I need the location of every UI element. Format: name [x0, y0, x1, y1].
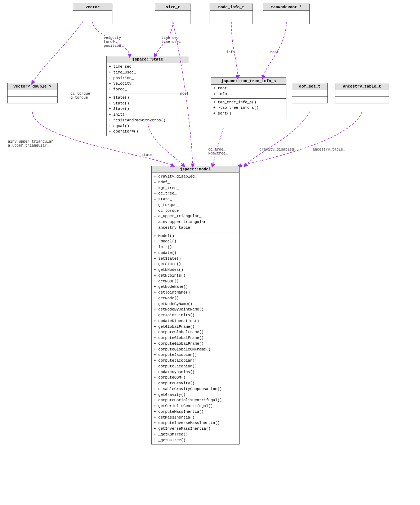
box-jspace-tao-tree-info-s: jspace::tao_tree_info_s + root + info + … — [211, 77, 286, 118]
box-taoNodeRoot-methods — [263, 17, 309, 24]
box-jspace-model: jspace::Model - gravity_disabled_ - ndof… — [151, 166, 240, 444]
box-vector-double: vector< double > — [7, 83, 58, 103]
box-vector-double-title: vector< double > — [8, 83, 57, 90]
box-ancestry-table-t-attrs — [335, 90, 389, 97]
box-size_t: size_t — [155, 4, 191, 24]
label-cc-kgm-tree: cc_tree_kgm_tree_ — [208, 148, 228, 156]
box-node_info_t: node_info_t — [210, 4, 253, 24]
box-jspace-model-attrs: - gravity_disabled_ - ndof_ - kgm_tree_ … — [152, 173, 239, 232]
box-node_info_t-methods — [210, 17, 253, 24]
box-jspace-tao-tree-info-s-methods: + tao_tree_info_s() + ~tao_tree_info_s()… — [211, 99, 286, 118]
box-taoNodeRoot-title: taoNodeRoot * — [263, 4, 309, 11]
label-ancestry-table: ancestry_table_ — [313, 148, 345, 152]
box-jspace-model-methods: + Model() + ~Model() + init() + update()… — [152, 232, 239, 444]
box-jspace-state-methods: + State() + State() + State() + init() +… — [107, 94, 189, 136]
box-taoNodeRoot: taoNodeRoot * — [263, 4, 310, 24]
label-info: info — [226, 50, 235, 54]
label-ndof: ndof_ — [180, 92, 191, 96]
box-dof-set-t-title: dof_set_t — [292, 83, 327, 90]
label-triangular: ainv_upper_triangular_a_upper_triangular… — [8, 140, 55, 148]
box-size_t-attrs — [155, 11, 191, 17]
box-vector-methods — [73, 17, 112, 24]
box-vector-title: Vector — [73, 4, 112, 11]
box-dof-set-t-attrs — [292, 90, 327, 97]
box-jspace-model-title: jspace::Model — [152, 166, 239, 173]
label-cc-g-torque: cc_torque_g_torque_ — [71, 92, 92, 100]
box-size_t-title: size_t — [155, 4, 191, 11]
box-jspace-state: jspace::State + time_sec_ + time_usec_ +… — [106, 56, 189, 136]
box-vector-double-methods — [8, 97, 57, 103]
box-ancestry-table-t-title: ancestry_table_t — [335, 83, 389, 90]
box-node_info_t-title: node_info_t — [210, 4, 253, 11]
box-dof-set-t: dof_set_t — [292, 83, 328, 103]
box-size_t-methods — [155, 17, 191, 24]
box-ancestry-table-t: ancestry_table_t — [335, 83, 389, 103]
label-velocity-force-position: velocity_force_position_ — [104, 36, 123, 48]
label-state: state_ — [142, 153, 155, 157]
box-vector: Vector — [73, 4, 112, 24]
box-vector-attrs — [73, 11, 112, 17]
label-time-sec-usec: time_sec_time_usec_ — [161, 36, 183, 44]
box-dof-set-t-methods — [292, 97, 327, 103]
box-jspace-state-title: jspace::State — [107, 56, 189, 63]
box-ancestry-table-t-methods — [335, 97, 389, 103]
label-gravity-disabled: gravity_disabled_ — [259, 148, 296, 152]
box-jspace-state-attrs: + time_sec_ + time_usec_ + position_ + v… — [107, 63, 189, 94]
box-jspace-tao-tree-info-s-title: jspace::tao_tree_info_s — [211, 78, 286, 85]
box-jspace-tao-tree-info-s-attrs: + root + info — [211, 85, 286, 99]
box-node_info_t-attrs — [210, 11, 253, 17]
box-vector-double-attrs — [8, 90, 57, 97]
label-root: root — [270, 50, 279, 54]
diagram-container: Vector size_t node_info_t taoNodeRoot * … — [0, 0, 420, 505]
box-taoNodeRoot-attrs — [263, 11, 309, 17]
